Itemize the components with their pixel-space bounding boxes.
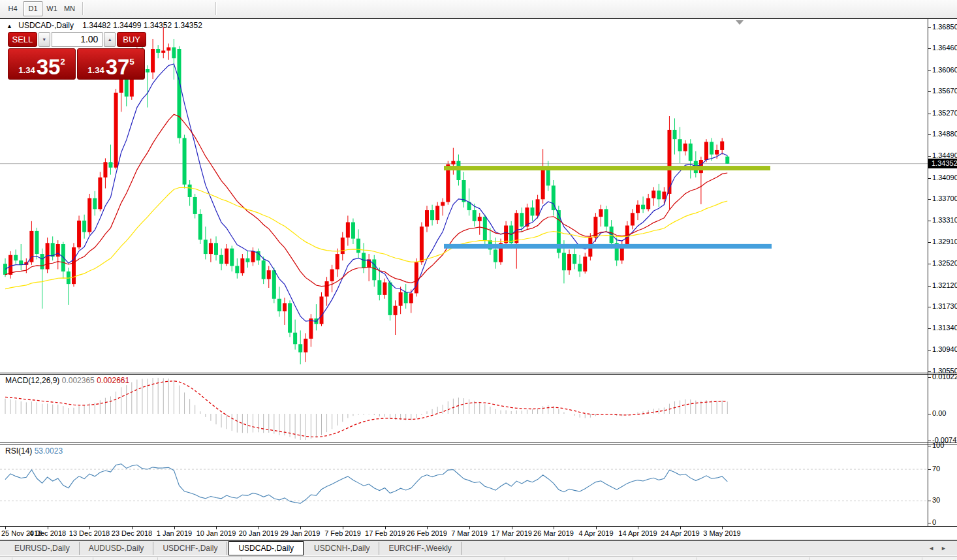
sell-button[interactable]: SELL: [8, 32, 37, 47]
date-tick-label: 23 Dec 2018: [112, 529, 152, 537]
date-tick-label: 20 Jan 2019: [239, 529, 279, 537]
price-tick-label: 1.33310: [932, 216, 957, 224]
date-tick-label: 26 Mar 2019: [533, 529, 574, 537]
buy-price-pipette: 5: [129, 57, 134, 67]
chart-symbol-title: USDCAD-,Daily: [18, 21, 74, 30]
symbol-tab-eurusd[interactable]: EURUSD-,Daily: [5, 542, 80, 555]
date-tick-label: 3 May 2019: [703, 529, 740, 537]
date-tick-label: 1 Jan 2019: [157, 529, 192, 537]
price-tick-label: 1.31730: [932, 302, 957, 310]
price-tick-label: 1.30940: [932, 345, 957, 353]
axis-tick-mark: [928, 178, 931, 179]
status-bar-separator: [697, 557, 697, 560]
macd-main-value: 0.002365: [62, 376, 95, 385]
axis-tick-mark: [928, 414, 931, 414]
price-axis-line: [928, 19, 928, 527]
axis-tick-mark: [928, 286, 931, 287]
axis-tick-mark: [928, 446, 931, 446]
symbol-tab-usdcnh[interactable]: USDCNH-,Daily: [305, 542, 379, 555]
panel-separator: [0, 443, 957, 443]
rsi-tick-label: 100: [932, 441, 944, 449]
date-tick-label: 13 Dec 2018: [69, 529, 110, 537]
sell-price-prefix: 1.34: [18, 65, 35, 75]
current-price-box: 1.34352: [928, 159, 957, 168]
panel-separator: [0, 373, 957, 373]
panel-separator: [0, 444, 957, 444]
status-bar-separator: [12, 557, 12, 560]
axis-tick-mark: [928, 242, 931, 243]
axis-tick-mark: [928, 377, 931, 378]
status-bar-separator: [242, 557, 242, 560]
collapse-triangle-icon[interactable]: ▲: [7, 23, 12, 29]
chart-header: ▲ USDCAD-,Daily 1.34482 1.34499 1.34352 …: [7, 21, 202, 30]
price-tick-label: 1.34880: [932, 130, 957, 138]
timeframe-d1-button[interactable]: D1: [24, 1, 42, 16]
mt4-terminal: { "toolbar":{"tabs":[{"label":"H4","acti…: [0, 0, 957, 560]
date-tick-label: 7 Feb 2019: [324, 529, 361, 537]
axis-tick-mark: [928, 114, 931, 114]
symbol-tab-eurchf[interactable]: EURCHF-,Weekly: [379, 542, 461, 555]
date-tick-label: 4 Dec 2018: [29, 529, 66, 537]
toolbar-separator: [82, 2, 83, 15]
price-tick-label: 1.32120: [932, 281, 957, 289]
status-bar-separator: [569, 557, 569, 560]
date-tick-label: 17 Mar 2019: [492, 529, 532, 537]
date-tick-label: 7 Mar 2019: [451, 529, 488, 537]
chart-ohlc-values: 1.34482 1.34499 1.34352 1.34352: [82, 21, 202, 30]
rsi-tick-label: 70: [932, 465, 940, 473]
sell-price-main: 35: [37, 57, 61, 77]
price-tick-label: 1.36060: [932, 66, 957, 74]
axis-tick-mark: [928, 70, 931, 71]
timeframe-h4-button[interactable]: H4: [4, 2, 22, 15]
lot-increase-button[interactable]: ▲: [104, 32, 116, 47]
date-tick-label: 10 Jan 2019: [196, 529, 236, 537]
timeframe-w1-button[interactable]: W1: [43, 2, 61, 15]
buy-price-main: 37: [106, 57, 130, 77]
status-bar-separator: [93, 557, 93, 560]
panel-separator: [0, 374, 957, 375]
one-click-trading-panel: SELL ▼ 1.00 ▲ BUY 1.34 35 2 1.34 37 5: [8, 32, 146, 76]
buy-price-prefix: 1.34: [87, 65, 104, 75]
chart-shift-marker-icon[interactable]: [736, 20, 744, 25]
symbol-tab-audusd[interactable]: AUDUSD-,Daily: [80, 542, 154, 555]
buy-button[interactable]: BUY: [117, 32, 146, 47]
axis-tick-mark: [928, 523, 931, 523]
toolbar-separator: [215, 2, 216, 15]
tab-scroll-arrows[interactable]: ◄►: [928, 545, 953, 552]
status-bar-separator: [809, 557, 810, 560]
lot-size-input[interactable]: 1.00: [52, 32, 103, 47]
rsi-tick-label: 0: [932, 518, 936, 526]
status-bar: [0, 556, 957, 560]
timeframe-toolbar: H4 D1 W1 MN: [0, 0, 957, 19]
tab-scroll-left-icon: ◄: [928, 545, 941, 552]
symbol-tab-bar: EURUSD-,DailyAUDUSD-,DailyUSDCHF-,DailyU…: [0, 540, 957, 555]
axis-tick-mark: [928, 371, 931, 372]
axis-tick-mark: [928, 91, 931, 92]
date-tick-label: 26 Feb 2019: [407, 529, 447, 537]
status-bar-separator: [922, 557, 922, 560]
price-tick-label: 1.34090: [932, 174, 957, 181]
date-tick-label: 24 Apr 2019: [661, 529, 699, 537]
axis-tick-mark: [928, 199, 931, 200]
axis-tick-mark: [928, 264, 931, 264]
price-tick-label: 1.36850: [932, 23, 957, 31]
macd-signal-value: 0.002661: [97, 376, 129, 385]
date-tick-label: 4 Apr 2019: [578, 529, 613, 537]
date-tick-label: 14 Apr 2019: [618, 529, 657, 537]
price-tick-label: 1.32910: [932, 238, 957, 245]
sell-price-pipette: 2: [60, 57, 65, 67]
symbol-tab-usdchf[interactable]: USDCHF-,Daily: [153, 542, 227, 555]
status-bar-separator: [633, 557, 633, 560]
timeframe-mn-button[interactable]: MN: [61, 2, 78, 15]
macd-title: MACD(12,26,9): [5, 376, 59, 385]
status-bar-separator: [157, 557, 158, 560]
chart-window[interactable]: [0, 18, 957, 541]
axis-tick-mark: [928, 441, 931, 441]
buy-price-button[interactable]: 1.34 37 5: [77, 48, 145, 80]
sell-price-button[interactable]: 1.34 35 2: [8, 48, 76, 80]
symbol-tab-usdcad[interactable]: USDCAD-,Daily: [228, 541, 304, 555]
lot-decrease-button[interactable]: ▼: [39, 32, 50, 47]
price-tick-label: 1.35270: [932, 109, 957, 117]
status-bar-separator: [505, 557, 505, 560]
axis-tick-mark: [928, 221, 931, 221]
